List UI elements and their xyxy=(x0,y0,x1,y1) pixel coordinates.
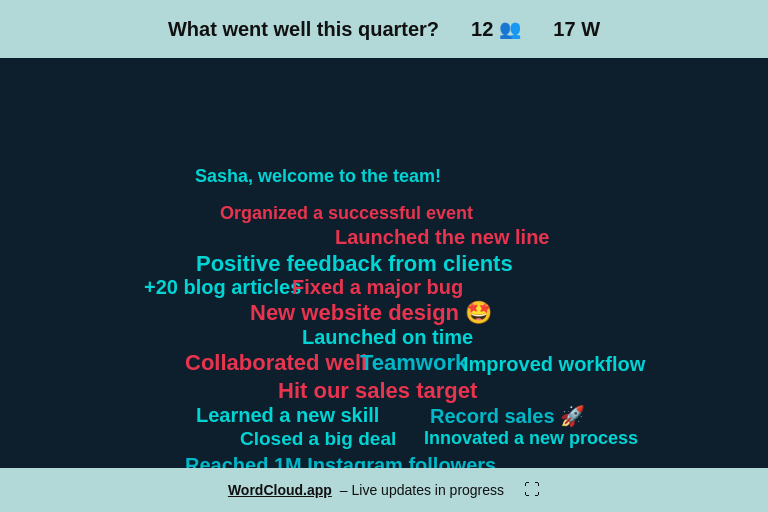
word-item-12: Learned a new skill xyxy=(196,404,379,427)
word-item-11: Hit our sales target xyxy=(278,378,477,404)
word-item-7: Launched on time xyxy=(302,326,473,349)
word-item-16: Reached 1M Instagram followers xyxy=(185,454,496,468)
word-item-8: Collaborated well xyxy=(185,350,367,376)
word-item-0: Sasha, welcome to the team! xyxy=(195,166,441,187)
footer-status: – Live updates in progress xyxy=(340,482,504,498)
word-item-9: Teamwork xyxy=(360,350,467,376)
word-item-6: New website design 🤩 xyxy=(250,300,492,326)
word-item-3: Positive feedback from clients xyxy=(196,251,513,277)
header-question: What went well this quarter? xyxy=(168,18,439,41)
word-cloud-area: Sasha, welcome to the team!Organized a s… xyxy=(0,58,768,468)
word-item-2: Launched the new line xyxy=(335,226,549,249)
word-item-15: Innovated a new process xyxy=(424,428,638,449)
expand-icon[interactable]: ⛶ xyxy=(524,481,540,499)
header: What went well this quarter? 12 👥 17 W xyxy=(0,0,768,58)
word-item-13: Record sales 🚀 xyxy=(430,404,585,428)
word-item-4: +20 blog articles xyxy=(144,276,301,299)
words-count: 17 W xyxy=(553,18,600,41)
word-item-1: Organized a successful event xyxy=(220,203,473,224)
words-stat: 17 W xyxy=(553,18,600,41)
footer: WordCloud.app – Live updates in progress… xyxy=(0,468,768,512)
wordcloud-link[interactable]: WordCloud.app xyxy=(228,482,332,498)
participants-stat: 12 👥 xyxy=(471,18,521,41)
people-icon: 👥 xyxy=(499,18,521,40)
word-item-14: Closed a big deal xyxy=(240,428,396,450)
participants-count: 12 xyxy=(471,18,493,41)
word-item-5: Fixed a major bug xyxy=(292,276,463,299)
word-item-10: Improved workflow xyxy=(463,353,645,376)
